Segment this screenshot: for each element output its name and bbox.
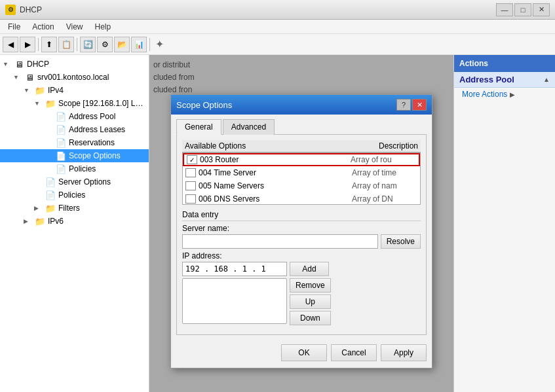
option-check-006[interactable] <box>185 194 196 204</box>
tab-general[interactable]: General <box>176 119 221 135</box>
option-check-004[interactable] <box>185 168 196 177</box>
tree-item-filters[interactable]: ▶ 📁 Filters <box>0 202 149 215</box>
right-panel: Actions Address Pool ▲ More Actions ▶ <box>453 55 555 392</box>
tree-label: Server Options <box>58 177 111 187</box>
more-actions-text: More Actions <box>462 90 507 99</box>
window-title: DHCP <box>20 5 42 14</box>
filters-icon: 📁 <box>45 203 56 213</box>
options-scroll[interactable]: ✓ 003 Router Array of rou 004 Time Serve… <box>182 152 421 205</box>
expand-icon: ▶ <box>34 205 45 211</box>
col-available-options: Available Options <box>185 141 353 151</box>
option-row-006[interactable]: 006 DNS Servers Array of DN <box>183 192 420 205</box>
tree-item-reservations[interactable]: 📄 Reservations <box>0 136 149 149</box>
server-name-input[interactable] <box>182 234 378 249</box>
toolbar-btn4[interactable]: ⚙ <box>97 37 113 52</box>
expand-icon: ▼ <box>34 100 45 107</box>
toolbar-forward[interactable]: ▶ <box>20 37 35 52</box>
dialog-body: Available Options Description ✓ 003 Rout… <box>176 134 427 335</box>
tree-label: Policies <box>58 190 85 200</box>
expand-icon: ▶ <box>24 218 34 224</box>
right-section-title-text: Address Pool <box>459 75 514 84</box>
toolbar-btn6[interactable]: 📊 <box>131 37 147 52</box>
toolbar-btn3[interactable]: 🔄 <box>80 37 96 52</box>
tab-advanced[interactable]: Advanced <box>223 119 275 135</box>
tree-item-address-leases[interactable]: 📄 Address Leases <box>0 123 149 136</box>
tree-item-ipv6[interactable]: ▶ 📁 IPv6 <box>0 215 149 228</box>
scope-icon: 📁 <box>45 98 56 109</box>
dialog-titlebar: Scope Options ? ✕ <box>171 95 432 115</box>
server-icon: 🖥 <box>24 72 35 82</box>
option-desc-005: Array of nam <box>352 181 417 190</box>
maximize-button[interactable]: □ <box>514 3 531 16</box>
tree-label: IPv6 <box>48 217 64 226</box>
ipv6-icon: 📁 <box>34 216 46 226</box>
btn-col: Remove Up Down <box>290 278 331 325</box>
option-row-005[interactable]: 005 Name Servers Array of nam <box>183 179 420 192</box>
ok-button[interactable]: OK <box>281 344 327 361</box>
option-name-005: 005 Name Servers <box>199 181 352 190</box>
option-check-003[interactable]: ✓ <box>187 155 197 164</box>
toolbar-btn5[interactable]: 📂 <box>114 37 130 52</box>
tree-item-scope-options[interactable]: 📄 Scope Options <box>0 149 149 162</box>
right-panel-header: Actions <box>454 55 555 72</box>
menu-help[interactable]: Help <box>90 21 117 33</box>
option-name-004: 004 Time Server <box>199 168 352 177</box>
ip-address-input[interactable] <box>182 262 287 276</box>
option-row-004[interactable]: 004 Time Server Array of time <box>183 166 420 179</box>
leases-icon: 📄 <box>55 124 67 135</box>
option-name-006: 006 DNS Servers <box>199 194 352 204</box>
dialog-help-button[interactable]: ? <box>396 99 411 111</box>
toolbar-up[interactable]: ⬆ <box>41 37 57 52</box>
center-panel: or distribut cluded from cluded fron Sco… <box>149 55 453 392</box>
toolbar-back[interactable]: ◀ <box>3 37 18 52</box>
up-button[interactable]: Up <box>290 294 331 309</box>
arrow-up-icon: ▲ <box>543 76 550 83</box>
dialog-title: Scope Options <box>176 100 232 110</box>
window-controls: — □ ✕ <box>496 3 550 16</box>
tree-item-address-pool[interactable]: 📄 Address Pool <box>0 110 149 123</box>
more-actions[interactable]: More Actions ▶ <box>454 88 555 101</box>
tree-label: Policies <box>69 164 96 173</box>
tree-item-server-options[interactable]: 📄 Server Options <box>0 175 149 188</box>
tree-label: srv001.kontoso.local <box>37 73 109 82</box>
tree-item-server[interactable]: ▼ 🖥 srv001.kontoso.local <box>0 71 149 84</box>
resolve-button[interactable]: Resolve <box>381 234 421 249</box>
reservations-icon: 📄 <box>55 137 67 148</box>
dialog-close-button[interactable]: ✕ <box>412 99 427 111</box>
tree-item-scope[interactable]: ▼ 📁 Scope [192.168.1.0] LAN <box>0 97 149 110</box>
expand-icon: ▼ <box>3 61 13 67</box>
right-section-address-pool: Address Pool ▲ <box>454 72 555 88</box>
tree-item-ipv4[interactable]: ▼ 📁 IPv4 <box>0 84 149 97</box>
menu-view[interactable]: View <box>61 21 88 33</box>
policies2-icon: 📄 <box>45 190 56 200</box>
menu-file[interactable]: File <box>3 21 26 33</box>
option-row-003[interactable]: ✓ 003 Router Array of rou <box>183 153 420 166</box>
add-button[interactable]: Add <box>290 262 329 276</box>
tree-label: Address Leases <box>69 125 125 134</box>
tree-item-policies2[interactable]: 📄 Policies <box>0 188 149 202</box>
menu-bar: File Action View Help <box>0 20 555 34</box>
minimize-button[interactable]: — <box>496 3 513 16</box>
ip-list-box[interactable] <box>182 278 287 324</box>
server-name-row: Resolve <box>182 234 421 249</box>
expand-icon: ▼ <box>24 87 34 94</box>
apply-button[interactable]: Apply <box>381 344 427 361</box>
tree-item-policies[interactable]: 📄 Policies <box>0 162 149 175</box>
toolbar-sep3 <box>149 38 150 51</box>
toolbar-btn2[interactable]: 📋 <box>58 37 74 52</box>
tree-label: Reservations <box>69 138 115 147</box>
remove-button[interactable]: Remove <box>290 278 331 293</box>
title-bar-left: ⚙ DHCP <box>5 5 42 15</box>
option-desc-006: Array of DN <box>352 194 417 204</box>
close-button[interactable]: ✕ <box>533 3 550 16</box>
toolbar-sep1 <box>38 38 39 51</box>
down-button[interactable]: Down <box>290 311 331 325</box>
option-desc-003: Array of rou <box>351 155 416 164</box>
title-bar: ⚙ DHCP — □ ✕ <box>0 0 555 20</box>
folder-icon: 📁 <box>34 85 46 96</box>
ip-address-row: Add Remove Up Down <box>182 262 421 327</box>
tree-item-dhcp[interactable]: ▼ 🖥 DHCP <box>0 58 149 71</box>
menu-action[interactable]: Action <box>27 21 59 33</box>
cancel-button[interactable]: Cancel <box>331 344 377 361</box>
option-check-005[interactable] <box>185 181 196 190</box>
